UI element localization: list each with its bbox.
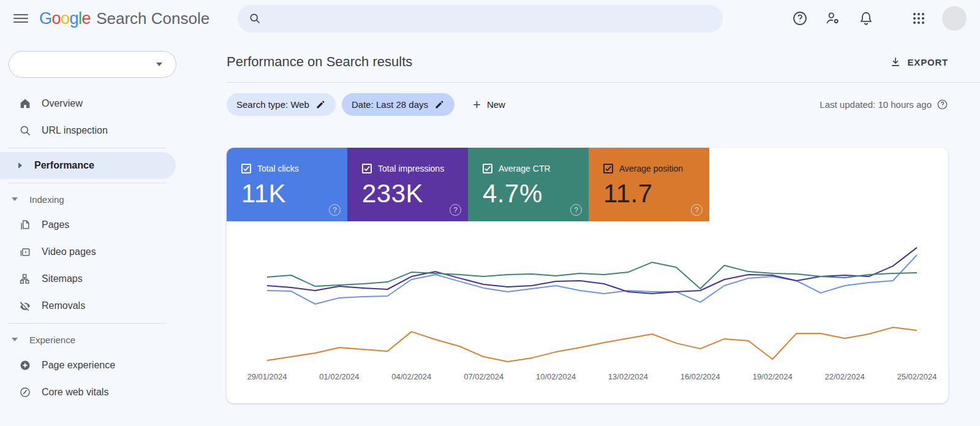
metric-tile-average-position[interactable]: Average position 11.7 ?: [589, 148, 709, 221]
checkbox-checked-icon[interactable]: [362, 164, 372, 173]
sidebar-section-experience[interactable]: Experience: [0, 327, 184, 352]
top-app-bar: Google Search Console: [0, 0, 980, 37]
search-input[interactable]: [268, 13, 712, 24]
filter-chip-label: Date: Last 28 days: [352, 99, 428, 110]
sidebar: Overview URL inspection Performance Inde…: [0, 37, 184, 426]
filter-chip-search-type[interactable]: Search type: Web: [227, 93, 336, 116]
metric-label: Total clicks: [257, 164, 299, 173]
sidebar-item-label: Pages: [42, 219, 69, 230]
search-icon: [249, 12, 261, 25]
divider: [227, 82, 980, 83]
sidebar-section-label: Indexing: [29, 194, 64, 205]
google-apps-button[interactable]: [907, 6, 931, 31]
video-pages-icon: [18, 246, 32, 258]
user-settings-icon: [825, 10, 841, 26]
sidebar-item-overview[interactable]: Overview: [0, 90, 184, 117]
series-average-ctr: [267, 262, 917, 289]
checkbox-checked-icon[interactable]: [483, 164, 492, 173]
series-total-impressions: [267, 248, 917, 294]
caret-down-icon: [9, 338, 21, 341]
sidebar-item-removals[interactable]: Removals: [0, 292, 184, 319]
x-axis-label: 10/02/2024: [536, 372, 576, 381]
sidebar-nav: Overview URL inspection Performance Inde…: [0, 90, 184, 406]
checkbox-checked-icon[interactable]: [241, 164, 251, 173]
performance-line-chart: 29/01/202401/02/202404/02/202407/02/2024…: [227, 221, 948, 403]
home-icon: [18, 97, 32, 110]
help-icon: [792, 10, 808, 26]
sidebar-item-page-experience[interactable]: Page experience: [0, 352, 184, 379]
x-axis-label: 04/02/2024: [391, 372, 431, 381]
divider: [8, 323, 167, 324]
help-icon[interactable]: ?: [450, 204, 461, 216]
x-axis-label: 16/02/2024: [680, 372, 720, 381]
x-axis-label: 07/02/2024: [464, 372, 503, 381]
sidebar-item-url-inspection[interactable]: URL inspection: [0, 117, 184, 144]
menu-icon[interactable]: [13, 11, 28, 26]
checkbox-checked-icon[interactable]: [603, 164, 613, 173]
sidebar-item-video-pages[interactable]: Video pages: [0, 238, 184, 265]
metric-label: Average CTR: [499, 164, 551, 173]
sidebar-item-label: Video pages: [42, 246, 96, 257]
export-label: EXPORT: [908, 57, 948, 67]
metric-value: 11.7: [603, 179, 709, 208]
download-icon: [889, 56, 902, 68]
sidebar-section-indexing[interactable]: Indexing: [0, 187, 184, 211]
help-button[interactable]: [788, 6, 812, 31]
notifications-button[interactable]: [854, 6, 878, 31]
bell-icon: [858, 10, 874, 26]
app-logo[interactable]: Google Search Console: [39, 9, 209, 28]
sidebar-item-label: Page experience: [42, 360, 115, 371]
sidebar-item-label: Sitemaps: [42, 273, 83, 284]
x-axis-label: 25/02/2024: [897, 372, 937, 381]
new-filter-label: New: [487, 99, 505, 110]
sitemaps-icon: [18, 273, 32, 285]
help-icon[interactable]: ?: [329, 204, 341, 216]
sidebar-section-label: Experience: [29, 335, 75, 345]
metric-tile-average-ctr[interactable]: Average CTR 4.7% ?: [468, 148, 589, 221]
help-icon[interactable]: [937, 99, 948, 110]
metric-value: 233K: [362, 179, 468, 208]
filter-chip-label: Search type: Web: [236, 99, 309, 110]
sidebar-item-label: Overview: [42, 98, 83, 109]
sidebar-item-performance[interactable]: Performance: [0, 152, 176, 179]
x-axis-label: 19/02/2024: [753, 372, 793, 381]
sidebar-item-label: Core web vitals: [42, 387, 108, 398]
edit-pencil-icon: [315, 99, 326, 110]
divider: [8, 183, 167, 183]
metric-label: Average position: [619, 164, 683, 173]
sidebar-item-core-web-vitals[interactable]: Core web vitals: [0, 379, 184, 406]
manage-users-button[interactable]: [821, 6, 845, 31]
sidebar-item-label: Removals: [42, 300, 85, 311]
page-experience-icon: [18, 359, 32, 371]
metric-label: Total impressions: [378, 164, 444, 173]
inspect-icon: [18, 124, 32, 137]
x-axis-label: 01/02/2024: [319, 372, 359, 381]
last-updated-text: Last updated: 10 hours ago: [820, 99, 932, 110]
hidden-eye-icon: [18, 300, 32, 312]
sidebar-item-label: URL inspection: [42, 125, 108, 136]
google-logo: Google: [39, 9, 91, 28]
export-button[interactable]: EXPORT: [889, 56, 948, 68]
metric-tile-total-clicks[interactable]: Total clicks 11K ?: [227, 148, 347, 221]
sidebar-item-sitemaps[interactable]: Sitemaps: [0, 265, 184, 292]
metric-value: 11K: [241, 179, 347, 208]
page-title: Performance on Search results: [227, 54, 412, 70]
sidebar-item-pages[interactable]: Pages: [0, 211, 184, 238]
new-filter-button[interactable]: + New: [466, 98, 513, 112]
plus-icon: +: [473, 98, 481, 112]
topbar-actions: [779, 6, 967, 31]
help-icon[interactable]: ?: [570, 204, 582, 216]
property-selector[interactable]: [9, 51, 176, 78]
filter-chip-date[interactable]: Date: Last 28 days: [342, 93, 454, 116]
apps-grid-icon: [911, 11, 926, 26]
x-axis-label: 29/01/2024: [247, 372, 287, 381]
account-avatar[interactable]: [942, 6, 967, 31]
chevron-down-icon: [156, 63, 162, 66]
x-axis-label: 22/02/2024: [825, 372, 865, 381]
metric-tile-total-impressions[interactable]: Total impressions 233K ?: [347, 148, 468, 221]
help-icon[interactable]: ?: [691, 204, 703, 216]
sidebar-item-label: Performance: [34, 160, 94, 171]
caret-right-icon: [13, 162, 27, 169]
metric-value: 4.7%: [483, 179, 589, 208]
search-bar[interactable]: [238, 5, 723, 32]
